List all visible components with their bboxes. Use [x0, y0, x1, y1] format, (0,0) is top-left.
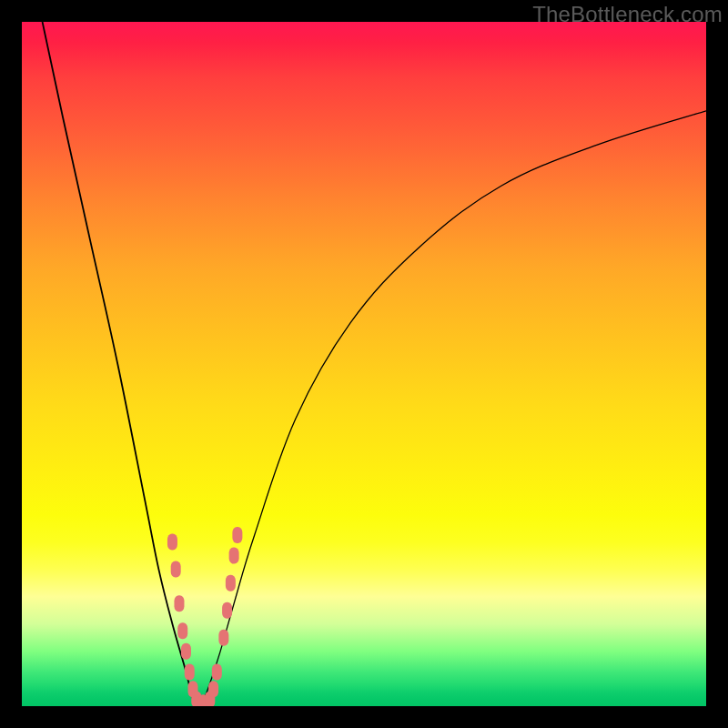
data-marker	[226, 575, 236, 592]
series-right-curve	[200, 111, 706, 706]
data-marker	[229, 548, 239, 564]
data-marker	[232, 527, 242, 543]
data-marker	[212, 663, 222, 680]
chart-container: TheBottleneck.com	[0, 0, 728, 728]
data-marker	[222, 602, 232, 619]
data-marker	[167, 534, 177, 551]
data-marker	[208, 681, 218, 697]
data-marker	[181, 643, 191, 660]
watermark-text: TheBottleneck.com	[532, 2, 723, 27]
data-marker	[174, 595, 184, 612]
curve-right-curve	[200, 111, 706, 706]
data-marker	[177, 622, 187, 639]
plot-area	[22, 22, 706, 706]
data-marker	[218, 630, 228, 646]
data-marker	[185, 663, 195, 680]
data-marker	[171, 561, 181, 578]
marker-group	[167, 527, 242, 706]
curves-svg	[22, 22, 706, 706]
